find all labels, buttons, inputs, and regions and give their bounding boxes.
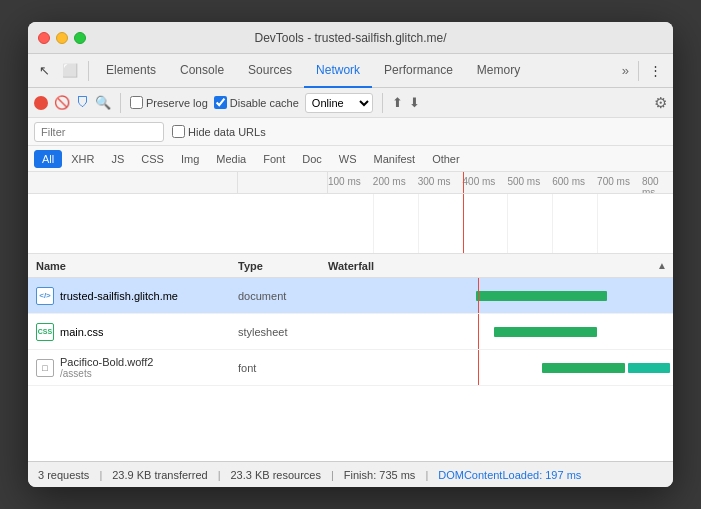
row2-redline [478, 314, 479, 349]
type-tab-doc[interactable]: Doc [294, 150, 330, 168]
clear-button[interactable]: 🚫 [54, 95, 70, 110]
preserve-log-label[interactable]: Preserve log [130, 96, 208, 109]
net-sep-1 [120, 93, 121, 113]
device-button[interactable]: ⬜ [57, 60, 83, 81]
table-body: </> trusted-sailfish.glitch.me document … [28, 278, 673, 461]
export-har-button[interactable]: ⬇ [409, 95, 420, 110]
row2-waterfall [328, 314, 673, 349]
hide-data-label[interactable]: Hide data URLs [172, 125, 266, 138]
finish-time: Finish: 735 ms [344, 469, 416, 481]
timeline-header: 100 ms 200 ms 300 ms 400 ms 500 ms 600 m… [28, 172, 673, 194]
type-filter-tabs: All XHR JS CSS Img Media Font Doc WS Man… [28, 146, 673, 172]
row1-name-text: trusted-sailfish.glitch.me [60, 290, 178, 302]
table-header: Name Type Waterfall ▲ [28, 254, 673, 278]
marker-200ms: 200 ms [373, 176, 406, 187]
filter-row: Hide data URLs [28, 118, 673, 146]
row1-name: </> trusted-sailfish.glitch.me [28, 287, 238, 305]
status-bar: 3 requests | 23.9 KB transferred | 23.3 … [28, 461, 673, 487]
tab-console[interactable]: Console [168, 54, 236, 88]
nav-tabs: Elements Console Sources Network Perform… [94, 54, 616, 88]
marker-500ms: 500 ms [507, 176, 540, 187]
filter-button[interactable]: ⛉ [76, 95, 89, 110]
window-title: DevTools - trusted-sailfish.glitch.me/ [254, 31, 446, 45]
resources-size: 23.3 KB resources [230, 469, 321, 481]
type-tab-other[interactable]: Other [424, 150, 468, 168]
marker-300ms: 300 ms [418, 176, 451, 187]
row2-name-text: main.css [60, 326, 103, 338]
row1-bar [476, 291, 607, 301]
row3-name: □ Pacifico-Bold.woff2 /assets [28, 356, 238, 379]
tab-memory[interactable]: Memory [465, 54, 532, 88]
hide-data-checkbox[interactable] [172, 125, 185, 138]
row3-type: font [238, 362, 328, 374]
tab-elements[interactable]: Elements [94, 54, 168, 88]
row1-waterfall [328, 278, 673, 313]
table-row[interactable]: CSS main.css stylesheet [28, 314, 673, 350]
disable-cache-label[interactable]: Disable cache [214, 96, 299, 109]
titlebar: DevTools - trusted-sailfish.glitch.me/ [28, 22, 673, 54]
row1-type: document [238, 290, 328, 302]
th-waterfall[interactable]: Waterfall ▲ [328, 260, 673, 272]
sort-arrow-icon: ▲ [657, 260, 667, 271]
record-button[interactable] [34, 96, 48, 110]
network-toolbar: 🚫 ⛉ 🔍 Preserve log Disable cache Online … [28, 88, 673, 118]
minimize-button[interactable] [56, 32, 68, 44]
requests-count: 3 requests [38, 469, 89, 481]
type-tab-font[interactable]: Font [255, 150, 293, 168]
font-file-icon: □ [36, 359, 54, 377]
type-tab-img[interactable]: Img [173, 150, 207, 168]
traffic-lights [38, 32, 86, 44]
row3-bar2 [628, 363, 669, 373]
table-row[interactable]: </> trusted-sailfish.glitch.me document [28, 278, 673, 314]
row2-name: CSS main.css [28, 323, 238, 341]
disable-cache-checkbox[interactable] [214, 96, 227, 109]
toolbar-separator [88, 61, 89, 81]
maximize-button[interactable] [74, 32, 86, 44]
th-type[interactable]: Type [238, 260, 328, 272]
row3-redline [478, 350, 479, 385]
row2-bar [494, 327, 598, 337]
more-options-button[interactable]: ⋮ [644, 60, 667, 81]
preserve-log-checkbox[interactable] [130, 96, 143, 109]
row2-type: stylesheet [238, 326, 328, 338]
import-har-button[interactable]: ⬆ [392, 95, 403, 110]
row3-waterfall [328, 350, 673, 385]
tab-sources[interactable]: Sources [236, 54, 304, 88]
type-tab-xhr[interactable]: XHR [63, 150, 102, 168]
throttle-select[interactable]: Online Fast 3G Slow 3G Offline [305, 93, 373, 113]
main-toolbar: ↖ ⬜ Elements Console Sources Network Per… [28, 54, 673, 88]
tab-network[interactable]: Network [304, 54, 372, 88]
timeline-markers-container: 100 ms 200 ms 300 ms 400 ms 500 ms 600 m… [328, 172, 673, 193]
marker-800ms: 800 ms [642, 176, 673, 194]
cursor-button[interactable]: ↖ [34, 60, 55, 81]
row1-redline [478, 278, 479, 313]
type-tab-all[interactable]: All [34, 150, 62, 168]
type-tab-css[interactable]: CSS [133, 150, 172, 168]
type-tab-ws[interactable]: WS [331, 150, 365, 168]
filter-input[interactable] [34, 122, 164, 142]
search-button[interactable]: 🔍 [95, 95, 111, 110]
type-tab-js[interactable]: JS [103, 150, 132, 168]
close-button[interactable] [38, 32, 50, 44]
marker-700ms: 700 ms [597, 176, 630, 187]
row3-name-text: Pacifico-Bold.woff2 /assets [60, 356, 153, 379]
tab-performance[interactable]: Performance [372, 54, 465, 88]
marker-600ms: 600 ms [552, 176, 585, 187]
transferred-size: 23.9 KB transferred [112, 469, 207, 481]
type-tab-manifest[interactable]: Manifest [366, 150, 424, 168]
network-settings-button[interactable]: ⚙ [654, 94, 667, 112]
timeline-redline [463, 172, 464, 193]
devtools-window: DevTools - trusted-sailfish.glitch.me/ ↖… [28, 22, 673, 487]
dom-content-loaded[interactable]: DOMContentLoaded: 197 ms [438, 469, 581, 481]
th-name[interactable]: Name [28, 260, 238, 272]
html-file-icon: </> [36, 287, 54, 305]
net-sep-2 [382, 93, 383, 113]
row3-bar1 [542, 363, 625, 373]
marker-400ms: 400 ms [463, 176, 496, 187]
css-file-icon: CSS [36, 323, 54, 341]
type-tab-media[interactable]: Media [208, 150, 254, 168]
table-row[interactable]: □ Pacifico-Bold.woff2 /assets font [28, 350, 673, 386]
more-tabs-button[interactable]: » [618, 61, 633, 80]
toolbar-separator-2 [638, 61, 639, 81]
timeline-graph [28, 194, 673, 254]
